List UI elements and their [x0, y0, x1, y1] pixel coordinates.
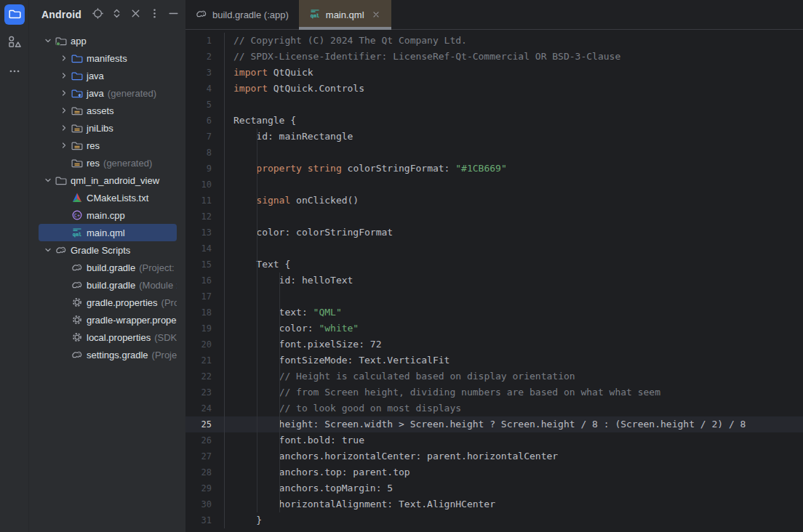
line-number[interactable]: 23 — [185, 384, 212, 400]
line-number[interactable]: 18 — [185, 305, 212, 321]
code-line[interactable]: 16 id: helloText — [185, 273, 803, 289]
locate-file-button[interactable] — [92, 9, 104, 21]
tree-item-java[interactable]: java(generated) — [39, 84, 177, 102]
code-line[interactable]: 5 — [185, 97, 803, 113]
line-number[interactable]: 13 — [185, 225, 212, 241]
hide-button[interactable] — [167, 9, 180, 21]
code-line[interactable]: 4import QtQuick.Controls — [185, 81, 803, 97]
line-number[interactable]: 29 — [185, 480, 212, 496]
line-number[interactable]: 20 — [185, 336, 212, 352]
code-line[interactable]: 7 id: mainRectangle — [185, 129, 803, 145]
editor-tab-main-qml[interactable]: qmlmain.qml — [299, 0, 391, 29]
tool-window-title[interactable]: Android — [41, 9, 81, 20]
expand-all-button[interactable] — [111, 9, 123, 21]
code-line[interactable]: 15 Text { — [185, 257, 803, 273]
code-line[interactable]: 30 horizontalAlignment: Text.AlignHCente… — [185, 496, 803, 512]
code-line[interactable]: 9 property string colorStringFormat: "#1… — [185, 161, 803, 177]
line-number[interactable]: 4 — [185, 81, 212, 97]
line-number[interactable]: 7 — [185, 129, 212, 145]
code-line[interactable]: 19 color: "white" — [185, 321, 803, 336]
tree-item-res[interactable]: res(generated) — [39, 154, 177, 172]
line-number[interactable]: 25 — [185, 416, 212, 432]
line-number[interactable]: 5 — [185, 97, 212, 113]
tree-item-res[interactable]: res — [39, 137, 177, 154]
line-number[interactable]: 28 — [185, 464, 212, 480]
tree-item-gradle-scripts[interactable]: Gradle Scripts — [39, 241, 177, 259]
chevron-right-icon[interactable] — [57, 52, 71, 64]
line-number[interactable]: 15 — [185, 257, 212, 273]
tree-item-qml-in-android-view[interactable]: qml_in_android_view — [39, 172, 177, 189]
line-number[interactable]: 2 — [185, 49, 212, 65]
chevron-right-icon[interactable] — [57, 70, 71, 81]
tree-item-manifests[interactable]: manifests — [39, 49, 177, 67]
code-line[interactable]: 1// Copyright (C) 2024 The Qt Company Lt… — [185, 33, 803, 49]
code-line[interactable]: 6Rectangle { — [185, 113, 803, 129]
line-number[interactable]: 1 — [185, 33, 212, 49]
code-line[interactable]: 10 — [185, 177, 803, 193]
activity-bar-item-more-tool-windows[interactable] — [0, 58, 29, 87]
line-number[interactable]: 12 — [185, 209, 212, 225]
line-number[interactable]: 31 — [185, 512, 212, 528]
code-line[interactable]: 14 — [185, 241, 803, 257]
collapse-all-button[interactable] — [129, 9, 142, 21]
line-number[interactable]: 11 — [185, 193, 212, 209]
line-number[interactable]: 30 — [185, 496, 212, 512]
line-number[interactable]: 21 — [185, 352, 212, 368]
tree-item-build-gradle[interactable]: build.gradle(Module :app) — [39, 276, 177, 294]
line-number[interactable]: 24 — [185, 400, 212, 416]
options-button[interactable] — [148, 9, 161, 21]
chevron-right-icon[interactable] — [57, 122, 71, 134]
code-line[interactable]: 17 — [185, 289, 803, 305]
code-line[interactable]: 26 font.bold: true — [185, 432, 803, 448]
code-line[interactable]: 27 anchors.horizontalCenter: parent.hori… — [185, 448, 803, 464]
code-line[interactable]: 13 color: colorStringFormat — [185, 225, 803, 241]
chevron-right-icon[interactable] — [57, 87, 71, 99]
code-line[interactable]: 3import QtQuick — [185, 65, 803, 81]
activity-bar-item-resource-manager[interactable] — [0, 29, 29, 58]
line-number[interactable]: 14 — [185, 241, 212, 257]
chevron-down-icon[interactable] — [41, 174, 55, 186]
line-number[interactable]: 17 — [185, 289, 212, 305]
code-line[interactable]: 21 fontSizeMode: Text.VerticalFit — [185, 352, 803, 368]
line-number[interactable]: 3 — [185, 65, 212, 81]
line-number[interactable]: 16 — [185, 273, 212, 289]
editor-tab-build-gradle-app-[interactable]: build.gradle (:app) — [185, 0, 299, 29]
line-number[interactable]: 9 — [185, 161, 212, 177]
line-number[interactable]: 26 — [185, 432, 212, 448]
code-line[interactable]: 20 font.pixelSize: 72 — [185, 336, 803, 352]
tree-item-main-cpp[interactable]: C+main.cpp — [39, 206, 177, 224]
code-line[interactable]: 11 signal onClicked() — [185, 193, 803, 209]
code-line[interactable]: 12 — [185, 209, 803, 225]
code-line[interactable]: 18 text: "QML" — [185, 305, 803, 321]
line-number[interactable]: 22 — [185, 368, 212, 384]
code-line[interactable]: 8 — [185, 145, 803, 161]
close-icon[interactable] — [371, 9, 381, 20]
tree-item-gradle-properties[interactable]: gradle.properties(Project Properties) — [39, 294, 177, 311]
tree-item-local-properties[interactable]: local.properties(SDK Location) — [39, 329, 177, 346]
tree-item-cmakelists-txt[interactable]: CMakeLists.txt — [39, 189, 177, 206]
tree-item-gradle-wrapper-properties[interactable]: gradle-wrapper.properties(Gradle Version… — [39, 311, 177, 329]
code-line[interactable]: 31 } — [185, 512, 803, 528]
tree-item-main-qml[interactable]: qmlmain.qml — [39, 224, 177, 241]
chevron-right-icon[interactable] — [57, 140, 71, 151]
tree-item-jnilibs[interactable]: jniLibs — [39, 119, 177, 137]
chevron-down-icon[interactable] — [41, 244, 55, 256]
code-line[interactable]: 24 // to look good on most displays — [185, 400, 803, 416]
code-line[interactable]: 28 anchors.top: parent.top — [185, 464, 803, 480]
chevron-down-icon[interactable] — [41, 35, 55, 47]
code-line[interactable]: 22 // Height is calculated based on disp… — [185, 368, 803, 384]
line-number[interactable]: 10 — [185, 177, 212, 193]
tree-item-assets[interactable]: assets — [39, 102, 177, 119]
tree-item-java[interactable]: java — [39, 67, 177, 84]
code-line[interactable]: 23 // from Screen height, dividing numbe… — [185, 384, 803, 400]
tree-item-settings-gradle[interactable]: settings.gradle(Project Settings) — [39, 346, 177, 363]
code-line[interactable]: 29 anchors.topMargin: 5 — [185, 480, 803, 496]
code-line[interactable]: 2// SPDX-License-Identifier: LicenseRef-… — [185, 49, 803, 65]
line-number[interactable]: 27 — [185, 448, 212, 464]
line-number[interactable]: 8 — [185, 145, 212, 161]
code-editor[interactable]: 1// Copyright (C) 2024 The Qt Company Lt… — [185, 30, 803, 528]
chevron-right-icon[interactable] — [57, 105, 71, 116]
activity-bar-item-project[interactable] — [0, 0, 29, 29]
line-number[interactable]: 6 — [185, 113, 212, 129]
tree-item-app[interactable]: app — [39, 32, 177, 49]
